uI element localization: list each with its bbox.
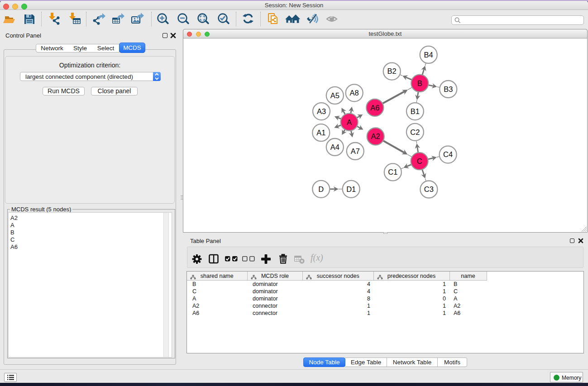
svg-text:B1: B1	[411, 107, 420, 115]
svg-text:B3: B3	[444, 85, 453, 93]
svg-text:D: D	[318, 185, 324, 193]
svg-text:A8: A8	[350, 89, 359, 97]
svg-text:B: B	[417, 79, 422, 87]
svg-text:A6: A6	[370, 104, 379, 112]
svg-text:C3: C3	[424, 185, 434, 193]
svg-text:A5: A5	[330, 91, 339, 100]
svg-text:C1: C1	[388, 168, 397, 176]
svg-text:C: C	[417, 157, 422, 165]
svg-text:B4: B4	[424, 51, 433, 59]
svg-text:B2: B2	[387, 67, 397, 75]
svg-text:A7: A7	[351, 147, 360, 155]
svg-text:A2: A2	[371, 132, 380, 140]
svg-text:A3: A3	[317, 107, 326, 115]
svg-text:D1: D1	[346, 185, 356, 193]
svg-text:C4: C4	[443, 150, 453, 158]
svg-text:A4: A4	[330, 143, 339, 151]
svg-text:C2: C2	[410, 128, 420, 136]
svg-text:A1: A1	[316, 129, 325, 137]
svg-text:A: A	[347, 118, 352, 126]
